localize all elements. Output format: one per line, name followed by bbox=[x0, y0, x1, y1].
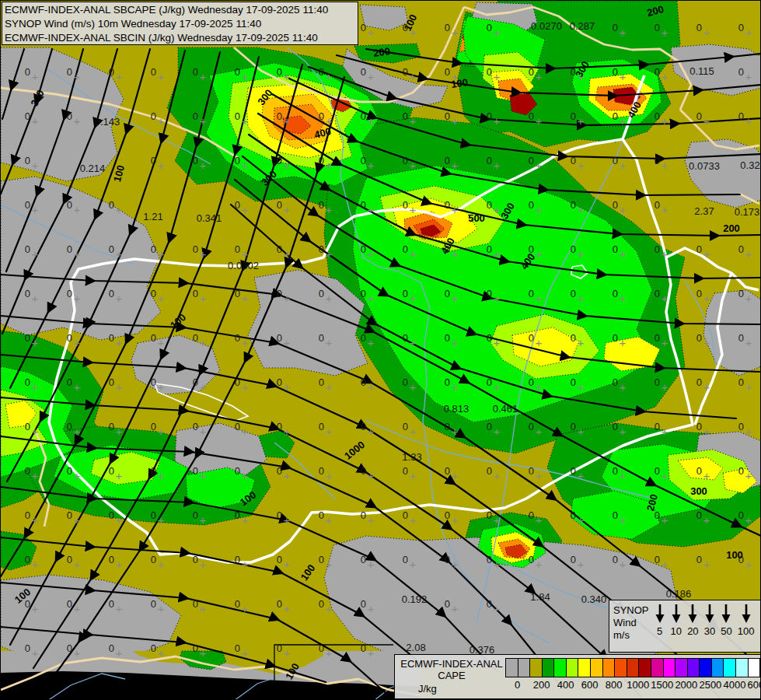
synop-label-line-3: m/s bbox=[613, 629, 651, 642]
cape-swatch-strip bbox=[505, 658, 760, 677]
cape-legend-title: ECMWF-INDEX-ANAL CAPE bbox=[398, 658, 505, 681]
wind-speed-cell: 100 bbox=[738, 604, 755, 637]
cape-tick-label: 1000 bbox=[627, 679, 649, 691]
title-line-2: SYNOP Wind (m/s) 10m Wednesday 17-09-202… bbox=[5, 17, 358, 31]
synop-legend-label: SYNOPWindm/s bbox=[609, 600, 651, 652]
wind-speed-cell: 10 bbox=[671, 604, 682, 637]
synop-label-line-2: Wind bbox=[613, 617, 651, 629]
cape-swatch-13 bbox=[664, 659, 676, 677]
cape-tick-label: 2500 bbox=[699, 679, 721, 691]
cape-color-legend: ECMWF-INDEX-ANAL CAPE J/kg 0200400600800… bbox=[394, 654, 761, 699]
cape-swatch-11 bbox=[639, 659, 651, 677]
cape-swatch-7 bbox=[591, 659, 603, 677]
weather-map-screen: 0.1430.2141.210.3410.03020.02700.2870.11… bbox=[0, 0, 761, 700]
analysis-title-box: ECMWF-INDEX-ANAL SBCAPE (J/kg) Wednesday… bbox=[2, 2, 358, 45]
cape-tick-row: 0200400600800100015002000250040006000 bbox=[505, 677, 759, 691]
cape-swatch-6 bbox=[578, 659, 591, 677]
cape-tick-label: 1500 bbox=[651, 679, 673, 691]
cape-tick-label: 6000 bbox=[748, 679, 761, 691]
cape-tick-label: 200 bbox=[533, 679, 550, 691]
wind-speed-label: 30 bbox=[704, 625, 715, 637]
cape-swatch-1 bbox=[518, 659, 531, 677]
cape-swatch-0 bbox=[506, 659, 518, 677]
cape-swatch-9 bbox=[615, 659, 627, 677]
cape-swatch-5 bbox=[567, 659, 579, 677]
wind-arrow-down-icon bbox=[704, 604, 715, 624]
cape-swatch-19 bbox=[736, 659, 749, 677]
cape-tick-label: 4000 bbox=[723, 679, 745, 691]
cape-legend-title-line1: ECMWF-INDEX-ANAL bbox=[398, 658, 505, 670]
cape-swatch-20 bbox=[749, 659, 760, 677]
cape-swatch-16 bbox=[700, 659, 712, 677]
cape-swatch-17 bbox=[712, 659, 724, 677]
cape-swatch-14 bbox=[675, 659, 688, 677]
wind-speed-label: 10 bbox=[671, 625, 682, 637]
map-canvas bbox=[1, 1, 761, 700]
title-line-1: ECMWF-INDEX-ANAL SBCAPE (J/kg) Wednesday… bbox=[5, 3, 358, 17]
wind-speed-cell: 50 bbox=[721, 604, 731, 637]
cape-legend-unit: J/kg bbox=[418, 683, 437, 695]
wind-arrow-down-icon bbox=[687, 604, 698, 624]
cape-tick-label: 0 bbox=[515, 679, 520, 691]
wind-arrow-down-icon bbox=[741, 604, 752, 624]
wind-speed-label: 50 bbox=[721, 625, 731, 637]
title-line-3: ECMWF-INDEX-ANAL SBCIN (J/kg) Wednesday … bbox=[5, 31, 358, 45]
wind-speed-label: 20 bbox=[687, 625, 698, 637]
cape-swatch-12 bbox=[651, 659, 664, 677]
wind-speed-label: 5 bbox=[657, 625, 662, 637]
wind-speed-cell: 30 bbox=[704, 604, 715, 637]
wind-arrow-down-icon bbox=[721, 604, 731, 624]
cape-legend-title-line2: CAPE bbox=[398, 670, 505, 681]
wind-arrow-down-icon bbox=[671, 604, 682, 624]
cape-swatch-4 bbox=[554, 659, 567, 677]
wind-speed-cell: 20 bbox=[687, 604, 698, 637]
wind-speed-label: 100 bbox=[738, 625, 755, 637]
cape-swatch-10 bbox=[627, 659, 640, 677]
synop-wind-legend: SYNOPWindm/s 510203050100 bbox=[609, 600, 761, 653]
bottom-strip bbox=[1, 651, 421, 700]
cape-swatch-8 bbox=[603, 659, 616, 677]
wind-speed-cell: 5 bbox=[655, 604, 665, 637]
cape-tick-label: 800 bbox=[606, 679, 623, 691]
cape-swatch-18 bbox=[724, 659, 736, 677]
wind-arrow-down-icon bbox=[655, 604, 665, 624]
cape-tick-label: 600 bbox=[581, 679, 599, 691]
cape-swatch-2 bbox=[530, 659, 543, 677]
cape-tick-label: 2000 bbox=[675, 679, 697, 691]
synop-label-line-1: SYNOP bbox=[613, 604, 651, 617]
cape-swatch-15 bbox=[688, 659, 700, 677]
cape-swatch-3 bbox=[543, 659, 555, 677]
synop-arrow-scale: 510203050100 bbox=[651, 600, 760, 652]
cape-tick-label: 400 bbox=[557, 679, 574, 691]
